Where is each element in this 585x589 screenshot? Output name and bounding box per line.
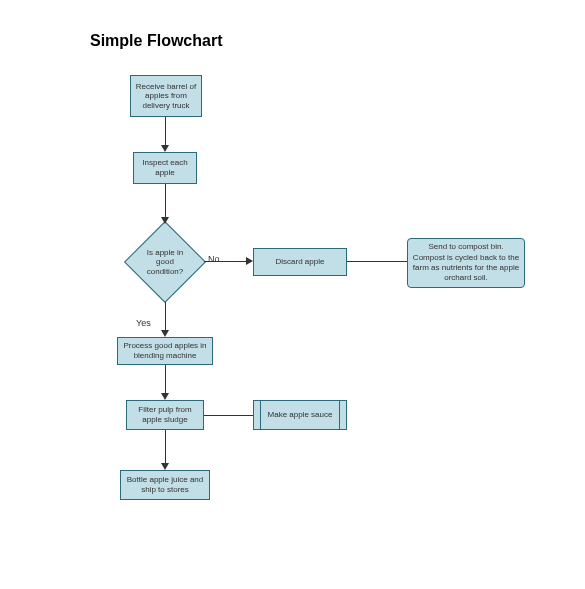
arrow-head xyxy=(246,257,253,265)
node-bottle: Bottle apple juice and ship to stores xyxy=(120,470,210,500)
arrow-line xyxy=(165,117,166,147)
connector-line xyxy=(204,415,253,416)
arrow-head xyxy=(161,393,169,400)
arrow-line xyxy=(165,430,166,465)
node-decision: Is apple in good condition? xyxy=(125,222,205,302)
node-compost: Send to compost bin. Compost is cycled b… xyxy=(407,238,525,288)
connector-line xyxy=(347,261,407,262)
node-inspect: Inspect each apple xyxy=(133,152,197,184)
decision-text: Is apple in good condition? xyxy=(137,248,193,277)
node-sauce: Make apple sauce xyxy=(253,400,347,430)
arrow-line xyxy=(204,261,248,262)
arrow-line xyxy=(165,365,166,395)
arrow-head xyxy=(161,145,169,152)
label-no: No xyxy=(208,254,220,264)
arrow-head xyxy=(161,330,169,337)
node-filter: Filter pulp from apple sludge xyxy=(126,400,204,430)
node-process: Process good apples in blending machine xyxy=(117,337,213,365)
arrow-line xyxy=(165,302,166,332)
label-yes: Yes xyxy=(136,318,151,328)
arrow-line xyxy=(165,184,166,219)
node-receive: Receive barrel of apples from delivery t… xyxy=(130,75,202,117)
arrow-head xyxy=(161,463,169,470)
node-discard: Discard apple xyxy=(253,248,347,276)
page-title: Simple Flowchart xyxy=(90,32,222,50)
